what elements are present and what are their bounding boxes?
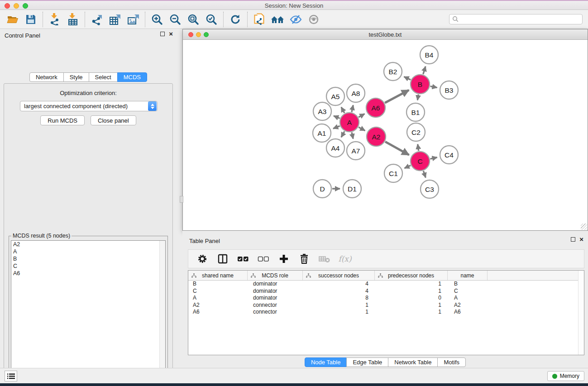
run-mcds-button[interactable]: Run MCDS — [40, 115, 85, 125]
graph-node-B3[interactable]: B3 — [440, 81, 458, 99]
graph-node-B[interactable]: B — [411, 75, 430, 94]
tab-network[interactable]: Network — [29, 72, 64, 82]
table-scrollbar[interactable] — [578, 271, 584, 355]
tab-edge-table[interactable]: Edge Table — [346, 357, 388, 367]
tab-network-table[interactable]: Network Table — [388, 357, 438, 367]
graph-node-A8[interactable]: A8 — [347, 84, 365, 102]
graph-node-C1[interactable]: C1 — [384, 164, 402, 182]
export-table-icon[interactable] — [106, 11, 124, 28]
table-row[interactable]: A2 connector 1 1 A2 — [188, 302, 584, 309]
graph-node-D[interactable]: D — [313, 180, 331, 198]
result-item[interactable]: A6 — [11, 270, 165, 277]
graph-node-B1[interactable]: B1 — [406, 103, 425, 121]
show-all-icon[interactable] — [305, 11, 323, 28]
graph-edge-B-B3[interactable] — [430, 86, 437, 88]
close-table-panel-icon[interactable]: × — [579, 237, 583, 242]
refresh-layout-icon[interactable] — [226, 11, 244, 28]
result-item[interactable]: C — [11, 262, 165, 270]
graph-edge-A-A4[interactable] — [341, 131, 344, 137]
network-window-titlebar[interactable]: testGlobe.txt — [183, 29, 588, 40]
tab-select[interactable]: Select — [89, 72, 118, 82]
graph-node-A5[interactable]: A5 — [326, 87, 344, 105]
graph-edge-A-A2[interactable] — [359, 127, 365, 131]
graph-node-C[interactable]: C — [411, 152, 430, 171]
graph-node-B2[interactable]: B2 — [384, 62, 402, 81]
table-row[interactable]: A dominator 8 0 A — [188, 295, 584, 302]
graph-edge-A-A5[interactable] — [341, 107, 344, 113]
graph-node-C2[interactable]: C2 — [407, 123, 425, 141]
tab-mcds[interactable]: MCDS — [117, 72, 147, 82]
tab-style[interactable]: Style — [63, 72, 89, 82]
table-row[interactable]: B dominator 4 1 B — [188, 281, 584, 288]
graph-edge-C-C3[interactable] — [423, 171, 425, 178]
result-item[interactable]: B — [11, 255, 165, 262]
float-panel-icon[interactable] — [160, 32, 165, 36]
close-panel-button[interactable]: Close panel — [91, 115, 136, 125]
network-canvas[interactable]: B4B2BB3A5A8A6B1A3AC2A1A2A4A7C4CC1C3DD1 — [183, 40, 588, 230]
graph-edge-B-B1[interactable] — [417, 95, 418, 100]
select-all-checkboxes-icon[interactable] — [236, 252, 250, 266]
graph-edge-C-C2[interactable] — [418, 144, 419, 151]
criterion-dropdown[interactable]: largest connected component (directed) — [20, 101, 158, 111]
deselect-all-checkboxes-icon[interactable] — [257, 252, 270, 266]
zoom-selected-icon[interactable] — [202, 11, 220, 28]
graph-edge-B-B4[interactable] — [423, 67, 425, 74]
graph-edge-A-A8[interactable] — [352, 105, 353, 112]
zoom-out-icon[interactable] — [166, 11, 184, 28]
tab-node-table[interactable]: Node Table — [305, 357, 347, 367]
table-row[interactable]: A6 connector 1 1 A6 — [188, 309, 584, 316]
float-table-panel-icon[interactable] — [571, 237, 575, 242]
graph-node-A7[interactable]: A7 — [347, 142, 365, 160]
graph-node-A2[interactable]: A2 — [367, 127, 386, 146]
delete-column-icon[interactable] — [297, 252, 311, 266]
graph-edge-A6-B[interactable] — [385, 90, 409, 103]
column-header-mcds-role[interactable]: MCDS role — [248, 271, 303, 280]
save-session-icon[interactable] — [22, 11, 40, 28]
result-item[interactable]: A — [11, 248, 165, 255]
graph-edge-B-B2[interactable] — [404, 76, 411, 80]
zoom-fit-icon[interactable] — [184, 11, 202, 28]
table-row[interactable]: C dominator 4 1 C — [188, 288, 584, 295]
import-table-icon[interactable] — [64, 11, 82, 28]
column-header-shared-name[interactable]: shared name — [188, 271, 248, 280]
add-column-icon[interactable] — [277, 252, 291, 266]
graph-node-B4[interactable]: B4 — [420, 46, 438, 64]
graph-node-A4[interactable]: A4 — [326, 139, 344, 157]
graph-node-A[interactable]: A — [340, 113, 359, 132]
zoom-in-icon[interactable] — [148, 11, 166, 28]
tab-motifs[interactable]: Motifs — [437, 357, 466, 367]
close-panel-icon[interactable]: × — [169, 32, 173, 36]
column-header-predecessor-nodes[interactable]: predecessor nodes — [375, 271, 448, 280]
window-resize-grip[interactable] — [581, 224, 587, 230]
graph-node-C4[interactable]: C4 — [440, 146, 458, 164]
column-header-successor-nodes[interactable]: successor nodes — [303, 271, 375, 280]
result-item[interactable]: A2 — [11, 241, 165, 248]
split-view-icon[interactable] — [216, 252, 229, 266]
result-scrollbar[interactable] — [159, 241, 165, 386]
memory-button[interactable]: Memory — [547, 371, 584, 381]
graph-node-D1[interactable]: D1 — [343, 180, 361, 198]
vertical-splitter-handle[interactable] — [180, 196, 183, 203]
import-network-icon[interactable] — [46, 11, 64, 28]
open-session-icon[interactable] — [4, 11, 22, 28]
graph-edge-C-C4[interactable] — [430, 157, 437, 159]
graph-node-A3[interactable]: A3 — [313, 102, 331, 120]
search-input[interactable] — [459, 15, 582, 24]
hide-selected-icon[interactable] — [287, 11, 305, 28]
table-settings-icon[interactable] — [196, 252, 209, 266]
clone-network-icon[interactable] — [250, 11, 268, 28]
search-field[interactable] — [449, 14, 583, 24]
graph-edge-C-C1[interactable] — [405, 166, 411, 168]
export-network-icon[interactable] — [88, 11, 106, 28]
graph-edge-A-A3[interactable] — [334, 116, 340, 118]
task-history-button[interactable] — [5, 371, 17, 381]
graph-node-A6[interactable]: A6 — [366, 98, 385, 117]
first-neighbors-icon[interactable] — [268, 11, 287, 28]
graph-edge-A2-C[interactable] — [385, 142, 409, 155]
graph-node-A1[interactable]: A1 — [313, 124, 331, 142]
graph-edge-A-A7[interactable] — [352, 132, 353, 138]
graph-node-C3[interactable]: C3 — [421, 180, 439, 198]
column-header-name[interactable]: name — [448, 271, 488, 280]
graph-edge-A-A1[interactable] — [333, 126, 339, 129]
graph-edge-A-A6[interactable] — [359, 114, 364, 117]
